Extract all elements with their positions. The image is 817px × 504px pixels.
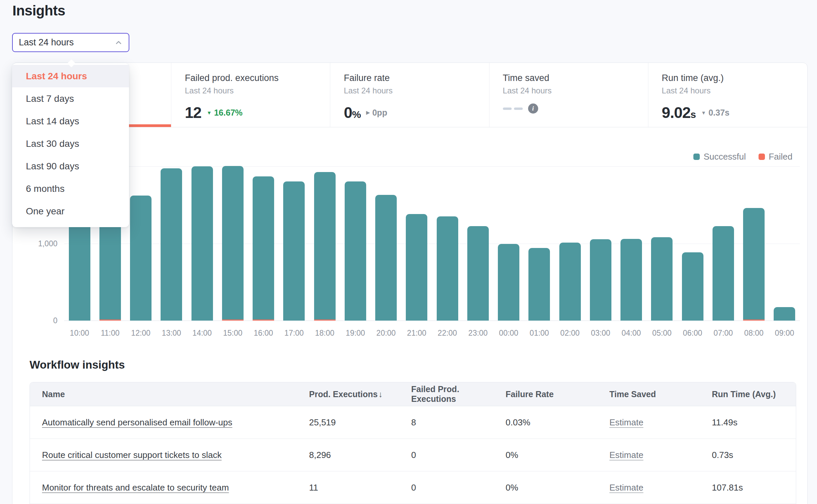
stat-card-failed-prod-executions[interactable]: Failed prod. executionsLast 24 hours12▼1… — [171, 63, 330, 127]
bar-successful-segment — [713, 226, 734, 321]
x-axis-label: 18:00 — [309, 328, 340, 338]
estimate-link[interactable]: Estimate — [609, 482, 643, 493]
y-axis-label: 1,000 — [12, 239, 57, 248]
bar-09-00 — [774, 307, 795, 321]
x-axis-label: 16:00 — [248, 328, 279, 338]
cell-prod-executions: 11 — [309, 482, 411, 493]
bar-19-00 — [345, 181, 366, 321]
dropdown-item-last-90-days[interactable]: Last 90 days — [12, 155, 129, 177]
bar-successful-segment — [222, 166, 244, 320]
x-axis-label: 03:00 — [585, 328, 616, 338]
stat-card-value-row: 0%▶0pp — [344, 103, 485, 122]
x-axis-label: 01:00 — [524, 328, 555, 338]
bar-successful-segment — [559, 243, 581, 321]
cell-failure-rate: 0.03% — [506, 417, 609, 428]
cell-run-time-avg: 11.49s — [712, 417, 796, 428]
bar-slot-03-00 — [585, 142, 616, 321]
cell-name: Route critical customer support tickets … — [30, 450, 309, 460]
table-header-row: NameProd. Executions↓Failed Prod. Execut… — [30, 382, 796, 406]
table-body: Automatically send personalised email fo… — [30, 406, 796, 504]
dropdown-item-last-14-days[interactable]: Last 14 days — [12, 110, 129, 132]
info-icon[interactable]: i — [528, 103, 538, 114]
time-range-select[interactable]: Last 24 hours — [12, 33, 129, 52]
x-axis-label: 13:00 — [156, 328, 187, 338]
workflow-name-link[interactable]: Automatically send personalised email fo… — [42, 417, 232, 427]
chart-bars — [64, 142, 800, 321]
dropdown-item-last-7-days[interactable]: Last 7 days — [12, 87, 129, 110]
stat-card-value: 0% — [344, 103, 360, 122]
bar-17-00 — [283, 181, 305, 321]
bar-18-00 — [314, 172, 336, 321]
dropdown-item-last-24-hours[interactable]: Last 24 hours — [12, 65, 129, 87]
bar-slot-02-00 — [555, 142, 585, 321]
bar-slot-15-00 — [217, 142, 248, 321]
bar-22-00 — [437, 216, 458, 321]
cell-failure-rate: 0% — [506, 482, 609, 493]
x-axis-label: 04:00 — [616, 328, 647, 338]
bar-slot-19-00 — [340, 142, 371, 321]
estimate-link[interactable]: Estimate — [609, 450, 643, 460]
estimate-link[interactable]: Estimate — [609, 417, 643, 427]
bar-successful-segment — [682, 252, 703, 321]
bar-slot-20-00 — [371, 142, 401, 321]
bar-slot-14-00 — [187, 142, 217, 321]
stat-card-delta: ▼0.37s — [701, 108, 729, 118]
bar-slot-06-00 — [677, 142, 708, 321]
cell-prod-executions: 8,296 — [309, 450, 411, 460]
column-header-failure-rate[interactable]: Failure Rate — [506, 389, 609, 399]
x-axis-label: 14:00 — [187, 328, 217, 338]
bar-15-00 — [222, 166, 244, 321]
column-header-run-time-avg[interactable]: Run Time (Avg.) — [712, 389, 796, 399]
bar-successful-segment — [283, 181, 305, 321]
column-header-time-saved[interactable]: Time Saved — [609, 389, 712, 399]
bar-03-00 — [590, 239, 611, 321]
delta-down-arrow-icon: ▼ — [701, 110, 706, 116]
insights-panel: Failed prod. executionsLast 24 hours12▼1… — [12, 62, 808, 504]
workflow-insights-table: NameProd. Executions↓Failed Prod. Execut… — [30, 382, 796, 504]
bar-21-00 — [406, 214, 427, 321]
bar-slot-01-00 — [524, 142, 555, 321]
x-axis-label: 09:00 — [769, 328, 800, 338]
cell-failed-prod-executions: 8 — [411, 417, 506, 428]
bar-successful-segment — [314, 172, 336, 320]
stat-card-delta: ▶0pp — [366, 108, 387, 118]
bar-successful-segment — [191, 166, 213, 321]
table-row: Automatically send personalised email fo… — [30, 406, 796, 439]
bar-14-00 — [191, 166, 213, 321]
bar-successful-segment — [437, 216, 458, 321]
stat-card-run-time-avg[interactable]: Run time (avg.)Last 24 hours9.02s▼0.37s — [648, 63, 807, 127]
x-axis-label: 11:00 — [95, 328, 125, 338]
dropdown-item-one-year[interactable]: One year — [12, 200, 129, 222]
dropdown-item-6-months[interactable]: 6 months — [12, 177, 129, 200]
workflow-name-link[interactable]: Route critical customer support tickets … — [42, 450, 222, 460]
column-header-failed-prod-executions[interactable]: Failed Prod. Executions — [411, 384, 506, 404]
table-row: Route critical customer support tickets … — [30, 439, 796, 471]
bar-07-00 — [713, 226, 734, 321]
bar-successful-segment — [345, 181, 366, 321]
bar-12-00 — [130, 196, 152, 321]
stat-card-failure-rate[interactable]: Failure rateLast 24 hours0%▶0pp — [330, 63, 489, 127]
chart-x-axis: 10:0011:0012:0013:0014:0015:0016:0017:00… — [64, 328, 800, 338]
bar-02-00 — [559, 243, 581, 321]
bar-successful-segment — [651, 237, 673, 321]
column-header-prod-executions[interactable]: Prod. Executions↓ — [309, 389, 411, 399]
bar-04-00 — [620, 239, 642, 321]
stat-card-sublabel: Last 24 hours — [662, 86, 804, 95]
cell-run-time-avg: 107.81s — [712, 482, 796, 493]
bar-successful-segment — [253, 176, 274, 320]
stat-card-value-row: 12▼16.67% — [185, 103, 327, 122]
bar-slot-16-00 — [248, 142, 279, 321]
dropdown-item-last-30-days[interactable]: Last 30 days — [12, 132, 129, 155]
bar-failed-segment — [253, 320, 274, 321]
x-axis-label: 06:00 — [677, 328, 708, 338]
stat-card-time-saved[interactable]: Time savedLast 24 hoursi — [489, 63, 648, 127]
column-header-name[interactable]: Name — [30, 389, 309, 399]
delta-text: 16.67% — [214, 108, 243, 118]
workflow-name-link[interactable]: Monitor for threats and escalate to secu… — [42, 482, 229, 493]
bar-slot-17-00 — [279, 142, 309, 321]
chevron-up-icon — [114, 38, 123, 47]
empty-value-dashes — [503, 108, 523, 110]
table-row: Monitor for threats and escalate to secu… — [30, 471, 796, 504]
bar-successful-segment — [161, 168, 182, 321]
bar-slot-22-00 — [432, 142, 463, 321]
